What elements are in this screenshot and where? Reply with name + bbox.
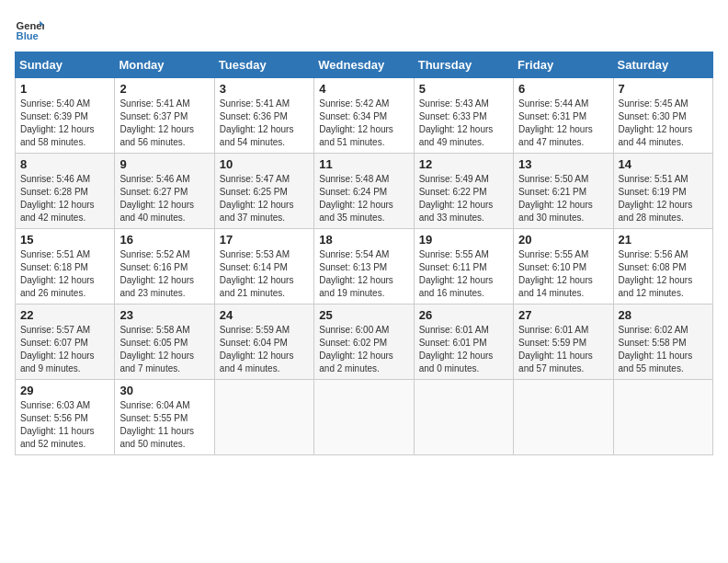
day-info: Sunrise: 5:44 AMSunset: 6:31 PMDaylight:… [518,98,608,149]
calendar-cell: 23Sunrise: 5:58 AMSunset: 6:05 PMDayligh… [115,304,214,380]
day-number: 1 [20,82,109,96]
day-number: 5 [419,82,508,96]
day-header-tuesday: Tuesday [214,52,313,78]
calendar-cell: 25Sunrise: 6:00 AMSunset: 6:02 PMDayligh… [314,304,414,380]
day-info: Sunrise: 5:41 AMSunset: 6:37 PMDaylight:… [119,98,209,149]
calendar-cell: 28Sunrise: 6:02 AMSunset: 5:58 PMDayligh… [613,304,712,380]
calendar-week-row: 29Sunrise: 6:03 AMSunset: 5:56 PMDayligh… [16,380,713,455]
day-info: Sunrise: 5:59 AMSunset: 6:04 PMDaylight:… [220,324,309,375]
logo-icon: General Blue [15,15,44,44]
calendar-cell [314,380,414,455]
day-header-wednesday: Wednesday [314,52,414,78]
day-info: Sunrise: 5:50 AMSunset: 6:21 PMDaylight:… [518,173,608,224]
calendar-cell [613,380,712,455]
day-header-saturday: Saturday [613,52,712,78]
day-number: 13 [518,157,608,171]
day-number: 23 [119,308,209,322]
day-info: Sunrise: 5:45 AMSunset: 6:30 PMDaylight:… [619,98,708,149]
day-number: 20 [518,233,608,247]
day-info: Sunrise: 5:41 AMSunset: 6:36 PMDaylight:… [220,98,309,149]
calendar-cell: 6Sunrise: 5:44 AMSunset: 6:31 PMDaylight… [514,78,613,154]
day-info: Sunrise: 6:00 AMSunset: 6:02 PMDaylight:… [319,324,408,375]
calendar-cell: 4Sunrise: 5:42 AMSunset: 6:34 PMDaylight… [314,78,414,154]
day-number: 27 [518,308,608,322]
day-info: Sunrise: 6:01 AMSunset: 6:01 PMDaylight:… [419,324,508,375]
day-info: Sunrise: 5:43 AMSunset: 6:33 PMDaylight:… [419,98,508,149]
day-info: Sunrise: 5:46 AMSunset: 6:28 PMDaylight:… [20,173,109,224]
day-info: Sunrise: 6:01 AMSunset: 5:59 PMDaylight:… [518,324,608,375]
day-number: 22 [20,308,109,322]
calendar-cell: 18Sunrise: 5:54 AMSunset: 6:13 PMDayligh… [314,229,414,304]
day-number: 11 [319,157,408,171]
day-number: 29 [20,384,109,397]
calendar-cell: 10Sunrise: 5:47 AMSunset: 6:25 PMDayligh… [214,154,313,229]
day-number: 10 [220,157,309,171]
day-header-thursday: Thursday [414,52,513,78]
calendar-week-row: 1Sunrise: 5:40 AMSunset: 6:39 PMDaylight… [16,78,713,154]
day-info: Sunrise: 5:42 AMSunset: 6:34 PMDaylight:… [319,98,408,149]
day-info: Sunrise: 5:56 AMSunset: 6:08 PMDaylight:… [619,248,708,300]
day-number: 24 [220,308,309,322]
calendar-week-row: 8Sunrise: 5:46 AMSunset: 6:28 PMDaylight… [16,154,713,229]
day-info: Sunrise: 5:52 AMSunset: 6:16 PMDaylight:… [119,248,209,300]
calendar-cell: 12Sunrise: 5:49 AMSunset: 6:22 PMDayligh… [414,154,513,229]
day-number: 21 [619,233,708,247]
calendar-table: SundayMondayTuesdayWednesdayThursdayFrid… [15,52,713,455]
day-number: 2 [119,82,209,96]
day-number: 15 [20,233,109,247]
day-info: Sunrise: 5:54 AMSunset: 6:13 PMDaylight:… [319,248,408,300]
day-header-monday: Monday [115,52,214,78]
day-header-friday: Friday [514,52,613,78]
calendar-cell: 20Sunrise: 5:55 AMSunset: 6:10 PMDayligh… [514,229,613,304]
calendar-cell: 5Sunrise: 5:43 AMSunset: 6:33 PMDaylight… [414,78,513,154]
calendar-cell: 22Sunrise: 5:57 AMSunset: 6:07 PMDayligh… [16,304,115,380]
day-info: Sunrise: 6:03 AMSunset: 5:56 PMDaylight:… [20,399,109,451]
day-info: Sunrise: 5:47 AMSunset: 6:25 PMDaylight:… [220,173,309,224]
day-header-sunday: Sunday [16,52,115,78]
calendar-header-row: SundayMondayTuesdayWednesdayThursdayFrid… [16,52,713,78]
calendar-cell: 21Sunrise: 5:56 AMSunset: 6:08 PMDayligh… [613,229,712,304]
calendar-cell: 27Sunrise: 6:01 AMSunset: 5:59 PMDayligh… [514,304,613,380]
day-number: 18 [319,233,408,247]
calendar-cell: 7Sunrise: 5:45 AMSunset: 6:30 PMDaylight… [613,78,712,154]
day-number: 9 [119,157,209,171]
calendar-cell [214,380,313,455]
day-number: 25 [319,308,408,322]
day-info: Sunrise: 6:04 AMSunset: 5:55 PMDaylight:… [119,399,209,451]
calendar-cell: 9Sunrise: 5:46 AMSunset: 6:27 PMDaylight… [115,154,214,229]
day-info: Sunrise: 6:02 AMSunset: 5:58 PMDaylight:… [619,324,708,375]
day-number: 14 [619,157,708,171]
calendar-week-row: 22Sunrise: 5:57 AMSunset: 6:07 PMDayligh… [16,304,713,380]
calendar-cell: 16Sunrise: 5:52 AMSunset: 6:16 PMDayligh… [115,229,214,304]
day-info: Sunrise: 5:57 AMSunset: 6:07 PMDaylight:… [20,324,109,375]
calendar-cell: 29Sunrise: 6:03 AMSunset: 5:56 PMDayligh… [16,380,115,455]
day-number: 3 [220,82,309,96]
day-info: Sunrise: 5:58 AMSunset: 6:05 PMDaylight:… [119,324,209,375]
calendar-cell: 15Sunrise: 5:51 AMSunset: 6:18 PMDayligh… [16,229,115,304]
calendar-cell: 19Sunrise: 5:55 AMSunset: 6:11 PMDayligh… [414,229,513,304]
day-info: Sunrise: 5:48 AMSunset: 6:24 PMDaylight:… [319,173,408,224]
day-number: 8 [20,157,109,171]
calendar-cell: 8Sunrise: 5:46 AMSunset: 6:28 PMDaylight… [16,154,115,229]
day-number: 19 [419,233,508,247]
logo: General Blue [15,15,48,44]
day-info: Sunrise: 5:40 AMSunset: 6:39 PMDaylight:… [20,98,109,149]
day-number: 16 [119,233,209,247]
calendar-cell: 11Sunrise: 5:48 AMSunset: 6:24 PMDayligh… [314,154,414,229]
day-number: 12 [419,157,508,171]
calendar-week-row: 15Sunrise: 5:51 AMSunset: 6:18 PMDayligh… [16,229,713,304]
day-number: 17 [220,233,309,247]
svg-text:Blue: Blue [17,30,39,41]
calendar-cell: 26Sunrise: 6:01 AMSunset: 6:01 PMDayligh… [414,304,513,380]
day-number: 26 [419,308,508,322]
day-number: 30 [119,384,209,397]
day-info: Sunrise: 5:49 AMSunset: 6:22 PMDaylight:… [419,173,508,224]
day-info: Sunrise: 5:46 AMSunset: 6:27 PMDaylight:… [119,173,209,224]
day-info: Sunrise: 5:55 AMSunset: 6:10 PMDaylight:… [518,248,608,300]
day-number: 4 [319,82,408,96]
day-number: 7 [619,82,708,96]
calendar-cell: 2Sunrise: 5:41 AMSunset: 6:37 PMDaylight… [115,78,214,154]
day-info: Sunrise: 5:55 AMSunset: 6:11 PMDaylight:… [419,248,508,300]
calendar-cell [414,380,513,455]
calendar-cell: 24Sunrise: 5:59 AMSunset: 6:04 PMDayligh… [214,304,313,380]
